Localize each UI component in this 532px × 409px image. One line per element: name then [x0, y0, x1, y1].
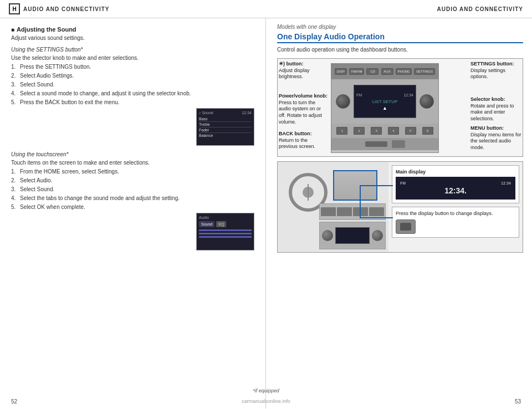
display-btn-inner: [400, 223, 411, 231]
dashboard-diagram: ☀︎) button: Adjust display brightness. P…: [277, 58, 523, 157]
disp-button: DISP: [335, 68, 347, 75]
settings-button-intro: Use the selector knob to make and enter …: [11, 55, 254, 61]
list-item: 5.Select OK when complete.: [11, 203, 254, 211]
display-top-row: FM12:34: [354, 92, 416, 98]
list-item: 5.Press the BACK button to exit the menu…: [11, 99, 254, 106]
section-title: One Display Audio Operation: [277, 32, 523, 43]
center-display: FM12:34 LIST SETUP ▲: [354, 85, 416, 118]
preset-buttons: 1 2 3 4 5 6: [331, 124, 438, 138]
callout-back-button: BACK button: Return to the previous scre…: [279, 131, 328, 150]
btn-sim: [321, 207, 336, 216]
menu-item: Treble: [199, 122, 252, 127]
slider-bar: [199, 236, 252, 238]
display-track: ▲: [382, 105, 387, 111]
footnote: *if equipped: [0, 388, 532, 393]
menu-btn-sim: [392, 140, 405, 148]
btn-sim: [337, 207, 352, 216]
slider-bar: [199, 229, 252, 231]
screen-thumbnail-2: Audio Sound EQ: [196, 213, 254, 250]
callout-back-desc: Return to the previous screen.: [279, 137, 315, 150]
selector-knob: [420, 94, 434, 109]
control-subtext: Control audio operation using the dashbo…: [277, 47, 523, 53]
preset-btn: 6: [422, 127, 433, 135]
screen-time: 12:34: [242, 111, 252, 115]
audio-bottom-bar: [331, 138, 438, 150]
list-item: 3.Select Sound.: [11, 186, 254, 193]
touchscreen-heading: Using the touchscreen*: [11, 151, 254, 157]
list-item: 2.Select Audio Settings.: [11, 72, 254, 79]
callout-settings-label: SETTINGS button:: [470, 61, 514, 67]
right-knob-sim: [372, 230, 383, 241]
touchscreen-steps-list: 1.From the HOME screen, select Settings.…: [11, 168, 254, 211]
callout-pv-desc: Press to turn the audio system on or off…: [279, 100, 322, 125]
car-right-panel: Main display FM 12:34 12:34. Press the d…: [388, 162, 523, 252]
left-header-title: AUDIO AND CONNECTIVITY: [23, 6, 110, 12]
menu-item: Fader: [199, 127, 252, 133]
display-header-row: FM 12:34: [400, 181, 511, 185]
left-knob-sim: [322, 230, 333, 241]
center-display-sim: [335, 227, 370, 244]
callout-menu: MENU button: Display menu items for the …: [470, 125, 521, 151]
list-item: 3.Select Sound.: [11, 81, 254, 88]
knobs-area: FM12:34 LIST SETUP ▲: [331, 79, 438, 124]
connector-line-3: [360, 217, 393, 218]
settings-button-heading: Using the SETTINGS button*: [11, 47, 254, 53]
press-display-text: Press the display button to change displ…: [396, 211, 515, 217]
footnote-text: *if equipped: [253, 388, 279, 393]
callout-settings: SETTINGS button: Display settings option…: [470, 61, 521, 80]
right-header-title: AUDIO AND CONNECTIVITY: [437, 6, 523, 12]
logo-area: H AUDIO AND CONNECTIVITY: [9, 3, 110, 14]
preset-btn: 2: [354, 127, 365, 135]
audio-buttons-row: DISP FM/AM CD AUX PHONE SETTINGS: [331, 64, 438, 79]
list-item: 1.From the HOME screen, select Settings.: [11, 168, 254, 175]
cd-button: CD: [366, 68, 378, 75]
tab-item: Sound: [199, 221, 214, 227]
left-column: Adjusting the Sound Adjust various sound…: [0, 18, 266, 408]
display-station: LIST SETUP: [371, 98, 399, 105]
audio-panel: DISP FM/AM CD AUX PHONE SETTINGS FM12:34…: [331, 63, 439, 153]
car-diagram: Main display FM 12:34 12:34. Press the d…: [277, 161, 523, 253]
adjusting-sound-section: Adjusting the Sound Adjust various sound…: [11, 26, 254, 252]
list-item: 1.Press the SETTINGS button.: [11, 63, 254, 70]
btn-sim: [369, 207, 384, 216]
display-time-large: 12:34.: [444, 186, 467, 195]
callout-power-volume: Power/volume knob: Press to turn the aud…: [279, 93, 328, 125]
car-interior: [278, 162, 388, 252]
menu-item: Bass: [199, 116, 252, 122]
settings-button: SETTINGS: [414, 68, 435, 75]
aux-button: AUX: [381, 68, 393, 75]
callout-pv-label: Power/volume knob:: [279, 93, 328, 99]
knob-area-sim: [319, 222, 386, 249]
honda-logo: H: [9, 3, 20, 14]
callout-back-label: BACK button:: [279, 131, 311, 136]
adjusting-sound-subtext: Adjust various sound settings.: [11, 35, 254, 41]
preset-btn: 4: [388, 127, 399, 135]
phone-button: PHONE: [396, 68, 412, 75]
callout-sun-desc: Adjust display brightness.: [279, 68, 310, 80]
preset-btn: 1: [336, 127, 347, 135]
connector-line-1: [360, 185, 361, 218]
display-fm-label: FM: [400, 181, 406, 185]
main-display-screen: FM 12:34 12:34.: [396, 177, 515, 200]
callout-menu-label: MENU button:: [470, 125, 504, 131]
right-page-number: 53: [515, 398, 521, 405]
screen-label: ♪ Sound: [199, 111, 213, 115]
preset-btn: 5: [405, 127, 416, 135]
callout-sun-button: ☀︎) button: Adjust display brightness.: [279, 61, 328, 80]
callout-sun-label: ☀︎) button:: [279, 61, 303, 67]
fmam-button: FM/AM: [349, 68, 364, 75]
callout-selector-label: Selector knob:: [470, 96, 505, 102]
right-column: Models with one display One Display Audi…: [266, 18, 532, 408]
page-footer: 52 carmanualsonline.info 53: [0, 398, 532, 405]
back-btn-sim: [365, 141, 387, 147]
display-button-sim: [396, 219, 416, 234]
preset-btn: 3: [371, 127, 382, 135]
tab-item: EQ: [216, 221, 226, 227]
slider-bar: [199, 233, 252, 234]
main-display-box: Main display FM 12:34 12:34.: [392, 165, 519, 203]
screen-thumbnail-1: ♪ Sound 12:34 Bass Treble Fader Balance: [196, 108, 254, 146]
callout-settings-desc: Display settings options.: [470, 68, 505, 80]
power-volume-knob: [336, 94, 350, 109]
callout-menu-desc: Display menu items for the selected audi…: [470, 132, 521, 150]
list-item: 4.Select a sound mode to change, and adj…: [11, 90, 254, 97]
